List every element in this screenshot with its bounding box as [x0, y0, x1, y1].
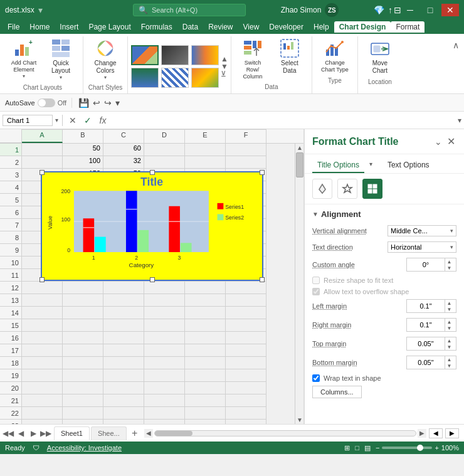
handle-bm[interactable]: [150, 277, 155, 282]
vertical-scrollbar[interactable]: ▲ ▼: [295, 143, 303, 424]
panel-close-button[interactable]: ✕: [446, 134, 456, 149]
menu-review[interactable]: Review: [203, 21, 238, 33]
maximize-button[interactable]: □: [421, 4, 439, 16]
styles-scroll-down[interactable]: ▼: [221, 63, 228, 70]
cancel-button[interactable]: ✕: [66, 115, 79, 125]
tab-text-options[interactable]: Text Options: [382, 158, 435, 173]
menu-developer[interactable]: Developer: [264, 21, 308, 33]
share-icon[interactable]: ↑: [388, 5, 393, 15]
row-num-5[interactable]: 5: [0, 194, 22, 206]
sheet-nav-next[interactable]: ▶: [28, 428, 39, 439]
chart-style-3[interactable]: [191, 45, 219, 65]
menu-formulas[interactable]: Formulas: [136, 21, 177, 33]
bottom-margin-decrement[interactable]: ▼: [445, 362, 453, 369]
cell-b2[interactable]: 100: [63, 156, 103, 169]
select-data-button[interactable]: Select Data: [272, 36, 308, 77]
tab-title-options[interactable]: Title Options: [312, 158, 364, 173]
cell-d2[interactable]: [144, 156, 185, 169]
cell-f1[interactable]: [226, 144, 266, 156]
confirm-button[interactable]: ✓: [82, 115, 94, 125]
ribbon-icon[interactable]: ⊟: [394, 5, 401, 15]
row-num-10[interactable]: 10: [0, 257, 22, 269]
page-nav-btn-1[interactable]: ◀: [429, 428, 443, 438]
name-box-arrow[interactable]: ▾: [55, 117, 58, 124]
row-num-13[interactable]: 13: [0, 294, 22, 307]
menu-help[interactable]: Help: [308, 21, 334, 33]
row-num-18[interactable]: 18: [0, 357, 22, 369]
chart-style-5[interactable]: [161, 68, 189, 88]
chart-container[interactable]: Title 200 100 0 Value: [41, 171, 263, 281]
row-num-20[interactable]: 20: [0, 382, 22, 394]
fill-effects-button[interactable]: [312, 179, 332, 199]
view-page-layout-icon[interactable]: □: [355, 444, 359, 452]
change-colors-button[interactable]: Change Colors ▾: [87, 36, 124, 82]
menu-view[interactable]: View: [238, 21, 265, 33]
top-margin-decrement[interactable]: ▼: [445, 344, 453, 350]
size-properties-button[interactable]: [362, 179, 382, 199]
change-chart-type-button[interactable]: Change Chart Type: [316, 36, 354, 75]
row-num-23[interactable]: 23: [0, 420, 22, 424]
cell-b1[interactable]: 50: [63, 144, 103, 156]
sheet-nav-last[interactable]: ▶▶: [40, 428, 51, 439]
left-margin-input[interactable]: [407, 301, 445, 311]
zoom-in-icon[interactable]: +: [435, 444, 438, 452]
effects-button[interactable]: [337, 179, 357, 199]
row-num-12[interactable]: 12: [0, 282, 22, 294]
row-num-7[interactable]: 7: [0, 219, 22, 231]
chart-style-4[interactable]: [131, 68, 159, 88]
row-num-21[interactable]: 21: [0, 394, 22, 407]
cell-d1[interactable]: [144, 144, 185, 156]
formula-dropdown-arrow[interactable]: ▾: [458, 116, 461, 125]
panel-collapse-button[interactable]: ⌄: [433, 135, 443, 148]
menu-file[interactable]: File: [3, 21, 24, 33]
scroll-up-button[interactable]: ▲: [295, 143, 304, 152]
zoom-out-icon[interactable]: −: [376, 444, 379, 452]
menu-chart-design[interactable]: Chart Design: [334, 21, 391, 33]
accessibility-label[interactable]: Accessibility: Investigate: [47, 444, 122, 452]
angle-increment-button[interactable]: ▲: [445, 258, 453, 265]
customize-button[interactable]: ▾: [114, 97, 121, 109]
row-num-17[interactable]: 17: [0, 344, 22, 357]
add-chart-element-button[interactable]: + Add Chart Element ▾: [6, 36, 41, 81]
row-num-4[interactable]: 4: [0, 181, 22, 194]
allow-overflow-checkbox[interactable]: [312, 288, 320, 295]
col-header-a[interactable]: A: [22, 129, 63, 143]
h-scroll-track[interactable]: [154, 430, 416, 436]
row-num-15[interactable]: 15: [0, 319, 22, 332]
handle-tm[interactable]: [150, 170, 155, 175]
menu-format[interactable]: Format: [391, 21, 424, 33]
cell-e1[interactable]: [185, 144, 226, 156]
close-button[interactable]: ✕: [441, 4, 459, 16]
row-num-22[interactable]: 22: [0, 407, 22, 420]
sheet-tab-2[interactable]: Shee...: [91, 426, 127, 440]
left-margin-decrement[interactable]: ▼: [445, 306, 453, 312]
col-header-b[interactable]: B: [63, 129, 103, 143]
row-num-16[interactable]: 16: [0, 332, 22, 344]
ribbon-collapse-button[interactable]: ∧: [450, 39, 461, 51]
bottom-margin-increment[interactable]: ▲: [445, 356, 453, 362]
dropdown-arrow[interactable]: ▾: [38, 5, 43, 15]
name-box[interactable]: [3, 115, 53, 126]
top-margin-increment[interactable]: ▲: [445, 337, 453, 344]
cell-a1[interactable]: [22, 144, 63, 156]
wrap-text-checkbox[interactable]: [312, 374, 320, 382]
quick-layout-button[interactable]: Quick Layout ▾: [43, 36, 79, 82]
scroll-down-button[interactable]: ▼: [295, 415, 304, 424]
h-scroll-right[interactable]: ▶: [418, 429, 426, 438]
fx-button[interactable]: fx: [97, 115, 109, 125]
view-page-break-icon[interactable]: ▤: [364, 444, 371, 452]
save-button[interactable]: 💾: [77, 97, 90, 109]
row-num-2[interactable]: 2: [0, 156, 22, 169]
add-sheet-button[interactable]: +: [128, 426, 142, 440]
row-num-19[interactable]: 19: [0, 369, 22, 382]
autosave-switch[interactable]: [38, 98, 55, 107]
title-options-arrow[interactable]: ▾: [369, 161, 372, 173]
cell-a2[interactable]: [22, 156, 63, 169]
row-num-1[interactable]: 1: [0, 144, 22, 156]
alignment-section-header[interactable]: ▼ Alignment: [312, 209, 456, 219]
vertical-alignment-select[interactable]: Middle Ce... ▾: [388, 225, 456, 236]
row-num-6[interactable]: 6: [0, 206, 22, 219]
menu-page-layout[interactable]: Page Layout: [83, 21, 135, 33]
cell-e2[interactable]: [185, 156, 226, 169]
switch-row-column-button[interactable]: Switch Row/ Column: [235, 36, 270, 82]
